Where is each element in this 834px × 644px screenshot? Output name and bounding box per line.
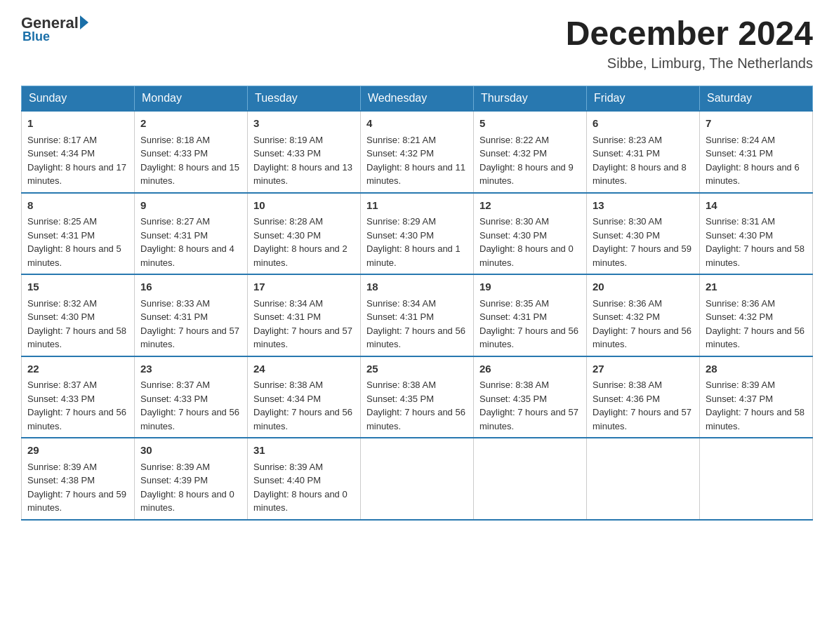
day-info: Sunrise: 8:25 AMSunset: 4:31 PMDaylight:… bbox=[27, 215, 128, 269]
calendar-day-cell: 31Sunrise: 8:39 AMSunset: 4:40 PMDayligh… bbox=[248, 438, 361, 520]
day-info: Sunrise: 8:30 AMSunset: 4:30 PMDaylight:… bbox=[479, 215, 581, 269]
day-number: 15 bbox=[27, 279, 128, 295]
page-subtitle: Sibbe, Limburg, The Netherlands bbox=[566, 55, 813, 72]
calendar-day-cell: 6Sunrise: 8:23 AMSunset: 4:31 PMDaylight… bbox=[587, 111, 700, 193]
day-number: 31 bbox=[253, 443, 355, 459]
day-info: Sunrise: 8:38 AMSunset: 4:35 PMDaylight:… bbox=[366, 378, 468, 433]
day-info: Sunrise: 8:19 AMSunset: 4:33 PMDaylight:… bbox=[253, 133, 355, 188]
day-number: 12 bbox=[479, 198, 581, 214]
day-number: 8 bbox=[27, 198, 128, 214]
day-of-week-header: Sunday bbox=[22, 86, 135, 112]
day-number: 24 bbox=[253, 361, 355, 377]
calendar-day-cell: 17Sunrise: 8:34 AMSunset: 4:31 PMDayligh… bbox=[248, 274, 361, 356]
day-number: 20 bbox=[593, 279, 694, 295]
day-number: 22 bbox=[27, 361, 128, 377]
day-number: 29 bbox=[27, 443, 128, 459]
calendar-day-cell: 16Sunrise: 8:33 AMSunset: 4:31 PMDayligh… bbox=[135, 274, 248, 356]
day-of-week-header: Monday bbox=[135, 86, 248, 112]
calendar-day-cell: 27Sunrise: 8:38 AMSunset: 4:36 PMDayligh… bbox=[587, 356, 700, 438]
day-of-week-header: Friday bbox=[587, 86, 700, 112]
day-info: Sunrise: 8:36 AMSunset: 4:32 PMDaylight:… bbox=[706, 297, 807, 351]
calendar-day-cell: 18Sunrise: 8:34 AMSunset: 4:31 PMDayligh… bbox=[361, 274, 474, 356]
page-header: General Blue December 2024 Sibbe, Limbur… bbox=[21, 14, 813, 72]
day-info: Sunrise: 8:37 AMSunset: 4:33 PMDaylight:… bbox=[27, 378, 128, 433]
calendar-day-cell: 29Sunrise: 8:39 AMSunset: 4:38 PMDayligh… bbox=[22, 438, 135, 520]
calendar-day-cell: 24Sunrise: 8:38 AMSunset: 4:34 PMDayligh… bbox=[248, 356, 361, 438]
day-number: 9 bbox=[140, 198, 241, 214]
day-info: Sunrise: 8:37 AMSunset: 4:33 PMDaylight:… bbox=[140, 378, 241, 433]
day-number: 19 bbox=[479, 279, 581, 295]
day-number: 2 bbox=[140, 116, 241, 132]
calendar-day-cell: 4Sunrise: 8:21 AMSunset: 4:32 PMDaylight… bbox=[361, 111, 474, 193]
calendar-day-cell: 11Sunrise: 8:29 AMSunset: 4:30 PMDayligh… bbox=[361, 193, 474, 275]
day-info: Sunrise: 8:36 AMSunset: 4:32 PMDaylight:… bbox=[593, 297, 694, 351]
logo-arrow-icon bbox=[80, 15, 88, 29]
empty-cell bbox=[361, 438, 474, 520]
day-number: 14 bbox=[706, 198, 807, 214]
calendar-day-cell: 1Sunrise: 8:17 AMSunset: 4:34 PMDaylight… bbox=[22, 111, 135, 193]
day-of-week-header: Tuesday bbox=[248, 86, 361, 112]
day-number: 11 bbox=[366, 198, 468, 214]
day-number: 10 bbox=[253, 198, 355, 214]
day-number: 16 bbox=[140, 279, 241, 295]
empty-cell bbox=[474, 438, 587, 520]
day-number: 27 bbox=[593, 361, 694, 377]
day-number: 6 bbox=[593, 116, 694, 132]
calendar-day-cell: 9Sunrise: 8:27 AMSunset: 4:31 PMDaylight… bbox=[135, 193, 248, 275]
day-info: Sunrise: 8:31 AMSunset: 4:30 PMDaylight:… bbox=[706, 215, 807, 269]
day-info: Sunrise: 8:34 AMSunset: 4:31 PMDaylight:… bbox=[366, 297, 468, 351]
calendar-day-cell: 12Sunrise: 8:30 AMSunset: 4:30 PMDayligh… bbox=[474, 193, 587, 275]
day-info: Sunrise: 8:39 AMSunset: 4:37 PMDaylight:… bbox=[706, 378, 807, 433]
day-number: 25 bbox=[366, 361, 468, 377]
day-number: 28 bbox=[706, 361, 807, 377]
calendar-day-cell: 23Sunrise: 8:37 AMSunset: 4:33 PMDayligh… bbox=[135, 356, 248, 438]
day-of-week-header: Wednesday bbox=[361, 86, 474, 112]
calendar-day-cell: 13Sunrise: 8:30 AMSunset: 4:30 PMDayligh… bbox=[587, 193, 700, 275]
day-number: 1 bbox=[27, 116, 128, 132]
day-info: Sunrise: 8:39 AMSunset: 4:40 PMDaylight:… bbox=[253, 460, 355, 515]
calendar-day-cell: 22Sunrise: 8:37 AMSunset: 4:33 PMDayligh… bbox=[22, 356, 135, 438]
day-info: Sunrise: 8:30 AMSunset: 4:30 PMDaylight:… bbox=[593, 215, 694, 269]
day-info: Sunrise: 8:23 AMSunset: 4:31 PMDaylight:… bbox=[593, 133, 694, 188]
calendar-day-cell: 20Sunrise: 8:36 AMSunset: 4:32 PMDayligh… bbox=[587, 274, 700, 356]
calendar-day-cell: 21Sunrise: 8:36 AMSunset: 4:32 PMDayligh… bbox=[700, 274, 813, 356]
day-info: Sunrise: 8:18 AMSunset: 4:33 PMDaylight:… bbox=[140, 133, 241, 188]
logo: General Blue bbox=[21, 14, 88, 44]
day-info: Sunrise: 8:32 AMSunset: 4:30 PMDaylight:… bbox=[27, 297, 128, 351]
day-info: Sunrise: 8:17 AMSunset: 4:34 PMDaylight:… bbox=[27, 133, 128, 188]
day-number: 30 bbox=[140, 443, 241, 459]
day-info: Sunrise: 8:38 AMSunset: 4:34 PMDaylight:… bbox=[253, 378, 355, 433]
day-info: Sunrise: 8:33 AMSunset: 4:31 PMDaylight:… bbox=[140, 297, 241, 351]
calendar-day-cell: 19Sunrise: 8:35 AMSunset: 4:31 PMDayligh… bbox=[474, 274, 587, 356]
day-info: Sunrise: 8:28 AMSunset: 4:30 PMDaylight:… bbox=[253, 215, 355, 269]
day-info: Sunrise: 8:38 AMSunset: 4:35 PMDaylight:… bbox=[479, 378, 581, 433]
day-info: Sunrise: 8:34 AMSunset: 4:31 PMDaylight:… bbox=[253, 297, 355, 351]
calendar-day-cell: 7Sunrise: 8:24 AMSunset: 4:31 PMDaylight… bbox=[700, 111, 813, 193]
day-info: Sunrise: 8:35 AMSunset: 4:31 PMDaylight:… bbox=[479, 297, 581, 351]
calendar-day-cell: 5Sunrise: 8:22 AMSunset: 4:32 PMDaylight… bbox=[474, 111, 587, 193]
day-number: 5 bbox=[479, 116, 581, 132]
title-section: December 2024 Sibbe, Limburg, The Nether… bbox=[566, 14, 813, 72]
day-number: 3 bbox=[253, 116, 355, 132]
calendar-day-cell: 25Sunrise: 8:38 AMSunset: 4:35 PMDayligh… bbox=[361, 356, 474, 438]
day-number: 17 bbox=[253, 279, 355, 295]
calendar-week-row: 8Sunrise: 8:25 AMSunset: 4:31 PMDaylight… bbox=[22, 193, 813, 275]
day-number: 21 bbox=[706, 279, 807, 295]
calendar-week-row: 15Sunrise: 8:32 AMSunset: 4:30 PMDayligh… bbox=[22, 274, 813, 356]
calendar-day-cell: 8Sunrise: 8:25 AMSunset: 4:31 PMDaylight… bbox=[22, 193, 135, 275]
page-title: December 2024 bbox=[566, 14, 813, 53]
day-number: 7 bbox=[706, 116, 807, 132]
calendar-table: SundayMondayTuesdayWednesdayThursdayFrid… bbox=[21, 86, 813, 521]
day-info: Sunrise: 8:21 AMSunset: 4:32 PMDaylight:… bbox=[366, 133, 468, 188]
calendar-week-row: 22Sunrise: 8:37 AMSunset: 4:33 PMDayligh… bbox=[22, 356, 813, 438]
day-number: 26 bbox=[479, 361, 581, 377]
day-number: 23 bbox=[140, 361, 241, 377]
calendar-header-row: SundayMondayTuesdayWednesdayThursdayFrid… bbox=[22, 86, 813, 112]
day-info: Sunrise: 8:39 AMSunset: 4:38 PMDaylight:… bbox=[27, 460, 128, 515]
day-number: 4 bbox=[366, 116, 468, 132]
empty-cell bbox=[587, 438, 700, 520]
day-info: Sunrise: 8:39 AMSunset: 4:39 PMDaylight:… bbox=[140, 460, 241, 515]
calendar-day-cell: 3Sunrise: 8:19 AMSunset: 4:33 PMDaylight… bbox=[248, 111, 361, 193]
day-number: 18 bbox=[366, 279, 468, 295]
day-info: Sunrise: 8:29 AMSunset: 4:30 PMDaylight:… bbox=[366, 215, 468, 269]
